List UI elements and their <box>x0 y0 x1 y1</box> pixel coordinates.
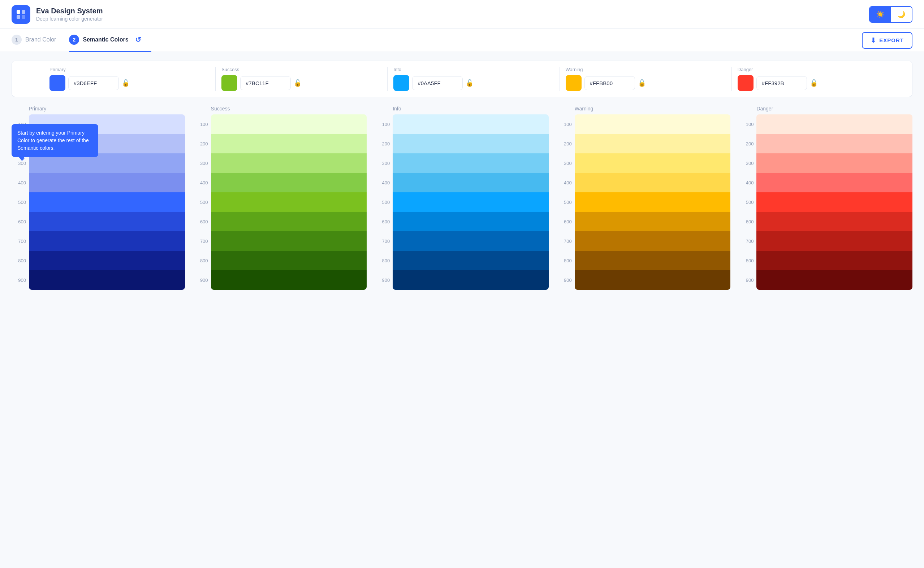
swatch-row-success-900[interactable]: 900 <box>194 270 367 290</box>
swatch-block-warning-200[interactable] <box>575 134 731 153</box>
info-lock-icon[interactable]: 🔓 <box>466 79 474 87</box>
export-button[interactable]: ⬇ EXPORT <box>862 32 912 49</box>
swatch-block-warning-300[interactable] <box>575 153 731 173</box>
swatch-row-success-100[interactable]: 100 <box>194 115 367 134</box>
swatch-block-info-600[interactable] <box>393 212 549 231</box>
warning-lock-icon[interactable]: 🔓 <box>638 79 646 87</box>
danger-hex-input[interactable] <box>756 76 807 90</box>
swatch-row-warning-700[interactable]: 700 <box>557 231 731 251</box>
swatch-row-primary-600[interactable]: 600 <box>12 212 185 231</box>
swatch-row-primary-400[interactable]: 400 <box>12 173 185 192</box>
swatch-block-danger-800[interactable] <box>756 251 912 270</box>
swatch-row-danger-600[interactable]: 600 <box>739 212 912 231</box>
swatch-block-success-900[interactable] <box>211 270 367 290</box>
swatch-block-info-200[interactable] <box>393 134 549 153</box>
primary-swatch[interactable] <box>50 75 65 91</box>
swatch-block-danger-300[interactable] <box>756 153 912 173</box>
swatch-block-info-800[interactable] <box>393 251 549 270</box>
swatch-row-danger-400[interactable]: 400 <box>739 173 912 192</box>
swatch-row-warning-100[interactable]: 100 <box>557 115 731 134</box>
swatch-block-success-400[interactable] <box>211 173 367 192</box>
swatch-block-success-600[interactable] <box>211 212 367 231</box>
refresh-icon[interactable]: ↺ <box>135 35 141 44</box>
swatch-block-danger-100[interactable] <box>756 115 912 134</box>
swatch-row-info-800[interactable]: 800 <box>375 251 549 270</box>
swatch-row-warning-600[interactable]: 600 <box>557 212 731 231</box>
swatch-row-success-800[interactable]: 800 <box>194 251 367 270</box>
swatch-block-success-300[interactable] <box>211 153 367 173</box>
swatch-block-info-700[interactable] <box>393 231 549 251</box>
swatch-row-primary-900[interactable]: 900 <box>12 270 185 290</box>
swatch-row-danger-200[interactable]: 200 <box>739 134 912 153</box>
swatch-block-primary-400[interactable] <box>29 173 185 192</box>
swatch-block-success-100[interactable] <box>211 115 367 134</box>
swatch-block-info-500[interactable] <box>393 192 549 212</box>
swatch-block-warning-500[interactable] <box>575 192 731 212</box>
swatch-block-warning-400[interactable] <box>575 173 731 192</box>
swatch-row-warning-300[interactable]: 300 <box>557 153 731 173</box>
danger-swatch[interactable] <box>738 75 753 91</box>
swatch-block-info-400[interactable] <box>393 173 549 192</box>
info-swatch[interactable] <box>393 75 409 91</box>
swatch-row-warning-900[interactable]: 900 <box>557 270 731 290</box>
swatch-row-info-400[interactable]: 400 <box>375 173 549 192</box>
swatch-block-info-900[interactable] <box>393 270 549 290</box>
swatch-block-danger-600[interactable] <box>756 212 912 231</box>
swatch-row-info-100[interactable]: 100 <box>375 115 549 134</box>
swatch-row-danger-500[interactable]: 500 <box>739 192 912 212</box>
swatch-row-info-300[interactable]: 300 <box>375 153 549 173</box>
swatch-block-warning-600[interactable] <box>575 212 731 231</box>
swatch-row-primary-800[interactable]: 800 <box>12 251 185 270</box>
danger-lock-icon[interactable]: 🔓 <box>810 79 818 87</box>
tab-semantic-colors[interactable]: 2 Semantic Colors ↺ <box>69 29 151 52</box>
swatch-row-success-600[interactable]: 600 <box>194 212 367 231</box>
swatch-row-danger-900[interactable]: 900 <box>739 270 912 290</box>
swatch-row-info-700[interactable]: 700 <box>375 231 549 251</box>
warning-hex-input[interactable] <box>585 76 635 90</box>
tab-brand-color[interactable]: 1 Brand Color <box>12 29 66 52</box>
swatch-block-warning-900[interactable] <box>575 270 731 290</box>
swatch-row-primary-700[interactable]: 700 <box>12 231 185 251</box>
swatch-row-success-500[interactable]: 500 <box>194 192 367 212</box>
swatch-block-info-300[interactable] <box>393 153 549 173</box>
swatch-block-success-500[interactable] <box>211 192 367 212</box>
info-hex-input[interactable] <box>412 76 463 90</box>
swatch-row-success-700[interactable]: 700 <box>194 231 367 251</box>
swatch-block-warning-100[interactable] <box>575 115 731 134</box>
primary-lock-icon[interactable]: 🔓 <box>122 79 130 87</box>
swatch-row-info-600[interactable]: 600 <box>375 212 549 231</box>
swatch-row-success-400[interactable]: 400 <box>194 173 367 192</box>
swatch-row-info-200[interactable]: 200 <box>375 134 549 153</box>
swatch-block-primary-700[interactable] <box>29 231 185 251</box>
swatch-row-success-300[interactable]: 300 <box>194 153 367 173</box>
theme-toggle[interactable]: ☀️ 🌙 <box>869 6 912 23</box>
swatch-row-danger-700[interactable]: 700 <box>739 231 912 251</box>
success-lock-icon[interactable]: 🔓 <box>294 79 301 87</box>
warning-swatch[interactable] <box>566 75 582 91</box>
swatch-block-danger-400[interactable] <box>756 173 912 192</box>
swatch-block-danger-200[interactable] <box>756 134 912 153</box>
primary-hex-input[interactable] <box>68 76 119 90</box>
swatch-block-success-700[interactable] <box>211 231 367 251</box>
swatch-block-primary-900[interactable] <box>29 270 185 290</box>
swatch-row-warning-800[interactable]: 800 <box>557 251 731 270</box>
swatch-row-danger-100[interactable]: 100 <box>739 115 912 134</box>
swatch-block-success-200[interactable] <box>211 134 367 153</box>
swatch-row-success-200[interactable]: 200 <box>194 134 367 153</box>
swatch-row-warning-200[interactable]: 200 <box>557 134 731 153</box>
swatch-block-warning-800[interactable] <box>575 251 731 270</box>
swatch-block-primary-500[interactable] <box>29 192 185 212</box>
swatch-row-danger-800[interactable]: 800 <box>739 251 912 270</box>
swatch-block-warning-700[interactable] <box>575 231 731 251</box>
swatch-block-primary-600[interactable] <box>29 212 185 231</box>
swatch-row-danger-300[interactable]: 300 <box>739 153 912 173</box>
swatch-row-warning-400[interactable]: 400 <box>557 173 731 192</box>
swatch-block-info-100[interactable] <box>393 115 549 134</box>
swatch-block-danger-900[interactable] <box>756 270 912 290</box>
swatch-row-warning-500[interactable]: 500 <box>557 192 731 212</box>
swatch-block-primary-800[interactable] <box>29 251 185 270</box>
dark-mode-button[interactable]: 🌙 <box>891 7 912 22</box>
swatch-row-info-900[interactable]: 900 <box>375 270 549 290</box>
swatch-row-info-500[interactable]: 500 <box>375 192 549 212</box>
swatch-block-success-800[interactable] <box>211 251 367 270</box>
